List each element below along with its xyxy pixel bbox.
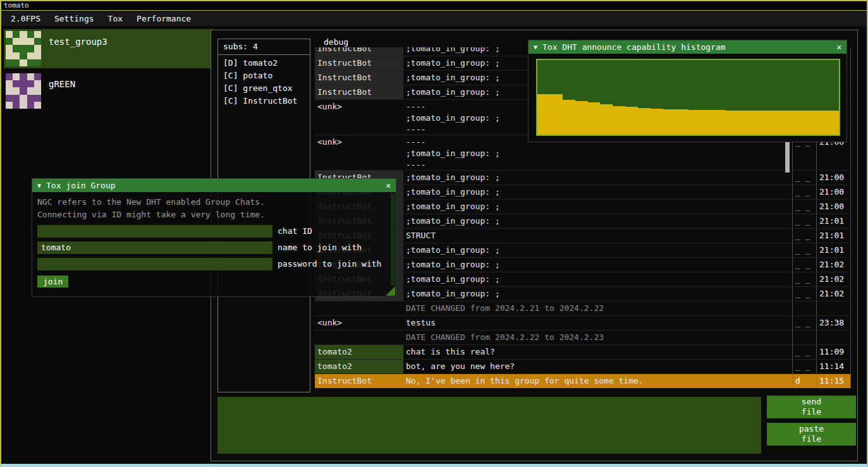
timestamp: 21:02 (816, 258, 850, 272)
histogram-window-title: Tox DHT announce capability histogram (542, 42, 726, 52)
group-item-test_group3[interactable]: test_group3 (4, 29, 213, 68)
join-password-label: password to join with (278, 258, 381, 270)
system-message-row: DATE CHANGED from 2024.2.21 to 2024.2.22 (315, 301, 851, 316)
delivery-marks: _ _ (792, 214, 816, 228)
sender-name: <unk> (315, 135, 403, 170)
histogram-bar (625, 107, 638, 135)
system-message-row: DATE CHANGED from 2024.2.22 to 2024.2.23 (315, 331, 851, 345)
histogram-bar (776, 111, 789, 135)
close-icon[interactable]: ✕ (836, 42, 841, 52)
histogram-bar (789, 111, 802, 135)
delivery-marks: _ _ (792, 200, 816, 214)
sender-name: <unk> (315, 316, 403, 330)
delivery-marks: _ _ (792, 360, 816, 373)
chat-message-row: tomato2chat is this real?_ _11:09 (315, 345, 851, 360)
chat-id-input[interactable] (37, 225, 272, 238)
join-window-title: Tox join Group (46, 181, 116, 190)
histogram-bar (738, 111, 751, 135)
timestamp (816, 301, 850, 315)
window-title: tomato (4, 1, 29, 9)
group-item-gREEN[interactable]: gREEN (4, 71, 213, 111)
join-password-input[interactable] (37, 258, 272, 270)
group-list: test_group3gREEN (0, 29, 217, 111)
join-window-titlebar[interactable]: ▼ Tox join Group ✕ (32, 179, 396, 192)
menu-item-tox[interactable]: Tox (101, 13, 130, 25)
message-text: DATE CHANGED from 2024.2.21 to 2024.2.22 (403, 301, 792, 315)
join-info-line-1: NGC refers to the New DHT enabled Group … (37, 196, 391, 209)
message-text: ;tomato_in_group: ; (403, 171, 792, 185)
message-text: ;tomato_in_group: ; (403, 258, 792, 272)
sender-name: InstructBot (315, 374, 403, 388)
message-text: chat is this real? (403, 345, 792, 359)
collapse-arrow-icon[interactable]: ▼ (534, 44, 537, 51)
timestamp: 11:09 (816, 345, 850, 359)
sender-name: InstructBot (315, 56, 403, 70)
message-text: ;tomato_in_group: ; (403, 243, 792, 257)
timestamp: 21:02 (816, 272, 850, 286)
sender-name: InstructBot (315, 85, 403, 99)
histogram-bar (676, 109, 688, 135)
member-tomato2[interactable]: [D] tomato2 (218, 57, 310, 70)
delivery-marks: _ _ (792, 258, 816, 272)
paste-file-button[interactable]: pastefile (767, 423, 856, 446)
tab-debug[interactable]: debug (319, 37, 353, 47)
sender-name (315, 331, 403, 344)
histogram-bar (826, 111, 839, 135)
delivery-marks: _ _ (792, 316, 816, 330)
menu-item-settings[interactable]: Settings (47, 13, 101, 25)
subs-header: subs: 4 (218, 39, 310, 55)
delivery-marks: _ _ (792, 171, 816, 185)
join-name-input[interactable]: tomato (37, 241, 272, 254)
member-green_qtox[interactable]: [C] green_qtox (218, 82, 310, 95)
histogram-bar (563, 100, 575, 135)
timestamp: 21:00 (816, 185, 850, 199)
histogram-bar (638, 108, 651, 135)
join-button[interactable]: join (37, 276, 68, 288)
delivery-marks: _ _ (792, 287, 816, 301)
timestamp: 21:00 (816, 171, 850, 185)
delivery-marks (792, 331, 816, 344)
histogram-bar (588, 102, 601, 135)
send-file-button[interactable]: sendfile (767, 396, 856, 418)
member-potato[interactable]: [C] potato (218, 70, 310, 82)
menu-item-performance[interactable]: Performance (130, 13, 198, 25)
join-window-scroll-strip (391, 193, 395, 286)
group-avatar (6, 31, 41, 66)
menu-bar: 2.0FPSSettingsToxPerformance (1, 11, 867, 26)
fps-counter: 2.0FPS (4, 13, 47, 25)
window-titlebar: tomato (1, 1, 867, 11)
chat-message-row: InstructBotNo, I've been in this group f… (315, 374, 851, 389)
delivery-marks: d (792, 374, 816, 388)
resize-grip[interactable] (386, 286, 395, 296)
histogram-chart (536, 59, 840, 136)
join-window-body: NGC refers to the New DHT enabled Group … (32, 192, 396, 291)
message-text: testus (403, 316, 792, 330)
timestamp: 23:38 (816, 316, 850, 330)
delivery-marks: _ _ (792, 243, 816, 257)
join-group-window: ▼ Tox join Group ✕ NGC refers to the New… (32, 178, 396, 297)
histogram-bar (663, 109, 676, 135)
collapse-arrow-icon[interactable]: ▼ (37, 182, 41, 189)
histogram-bar (700, 110, 713, 135)
histogram-window-titlebar[interactable]: ▼ Tox DHT announce capability histogram … (529, 40, 847, 54)
histogram-bar (537, 94, 550, 135)
delivery-marks: _ _ (792, 185, 816, 199)
histogram-bar (550, 94, 563, 135)
member-InstructBot[interactable]: [C] InstructBot (218, 95, 310, 107)
sender-name: tomato2 (315, 345, 403, 359)
sender-name: InstructBot (315, 47, 403, 56)
histogram-bar (600, 104, 613, 135)
message-input[interactable] (217, 397, 761, 454)
histogram-bar (814, 111, 826, 135)
message-text: ;tomato_in_group: ; (403, 272, 792, 286)
delivery-marks: _ _ (792, 272, 816, 286)
close-icon[interactable]: ✕ (386, 181, 391, 190)
histogram-bar (764, 111, 776, 135)
histogram-bar (688, 110, 701, 135)
join-name-label: name to join with (278, 241, 362, 254)
histogram-bar (726, 111, 738, 135)
histogram-bar (751, 111, 764, 135)
group-avatar (6, 73, 41, 109)
group-name: test_group3 (49, 37, 107, 47)
chat-id-label: chat ID (278, 225, 312, 238)
